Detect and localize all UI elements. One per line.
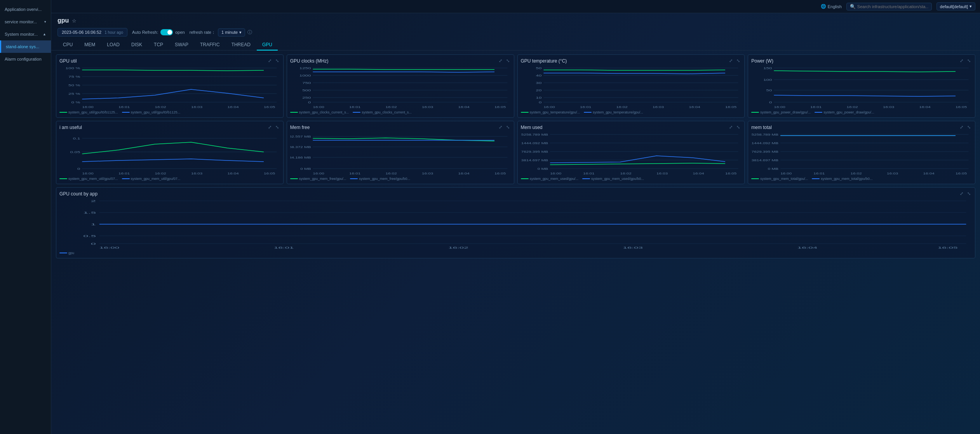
legend-item-1: system_gpu_mem_used/gpu/b0... bbox=[582, 177, 644, 181]
svg-text:16:04: 16:04 bbox=[458, 172, 470, 175]
chart-title-mem-used: Mem used bbox=[521, 125, 543, 130]
tab-traffic[interactable]: TRAFFIC bbox=[195, 40, 225, 51]
chart-expand-btn[interactable]: ⤡ bbox=[735, 58, 741, 64]
language-selector[interactable]: 🌐 English bbox=[821, 4, 842, 9]
chart-mem-total: mem total ⤢ ⤡ 15258.789 MB 11444.092 bbox=[748, 121, 975, 184]
sidebar-item-app-overview[interactable]: Application overvi... bbox=[0, 3, 51, 16]
legend-label-1: system_gpu_mem_used/gpu/b0... bbox=[591, 177, 644, 181]
svg-text:16:04: 16:04 bbox=[693, 172, 704, 175]
tab-thread[interactable]: THREAD bbox=[226, 40, 256, 51]
chart-linechart-btn[interactable]: ⤢ bbox=[959, 191, 964, 197]
svg-text:16:03: 16:03 bbox=[422, 172, 433, 175]
chart-linechart-btn[interactable]: ⤢ bbox=[267, 58, 273, 64]
svg-text:0: 0 bbox=[308, 101, 311, 104]
refresh-rate-section: refresh rate： 1 minute ▾ ⓘ bbox=[190, 28, 252, 37]
tab-swap[interactable]: SWAP bbox=[169, 40, 194, 51]
svg-text:0: 0 bbox=[77, 167, 80, 171]
svg-text:16:00: 16:00 bbox=[543, 105, 555, 108]
chart-legend-gpu-count: gpu bbox=[59, 251, 972, 255]
auto-refresh-label: Auto Refresh: bbox=[132, 30, 158, 35]
svg-text:16:01: 16:01 bbox=[810, 105, 822, 108]
auto-refresh-state: open bbox=[175, 30, 185, 35]
chart-linechart-btn[interactable]: ⤢ bbox=[728, 124, 734, 130]
chart-linechart-btn[interactable]: ⤢ bbox=[959, 124, 964, 130]
chart-gpu-count-by-app: GPU count by app ⤢ ⤡ 2 1.5 bbox=[56, 187, 975, 258]
tab-disk[interactable]: DISK bbox=[126, 40, 148, 51]
chart-expand-btn[interactable]: ⤡ bbox=[274, 58, 280, 64]
svg-text:1.5: 1.5 bbox=[83, 211, 96, 214]
chart-controls-mem-total: ⤢ ⤡ bbox=[959, 124, 972, 130]
svg-text:16:05: 16:05 bbox=[494, 105, 506, 108]
tab-tcp[interactable]: TCP bbox=[148, 40, 169, 51]
svg-text:16:05: 16:05 bbox=[264, 105, 275, 108]
svg-text:7629.395 MB: 7629.395 MB bbox=[521, 150, 548, 153]
chart-i-am-useful: i am useful ⤢ ⤡ 0.1 0.05 0 16:00 bbox=[56, 121, 284, 184]
chart-expand-btn[interactable]: ⤡ bbox=[966, 124, 972, 130]
page-header: gpu ☆ bbox=[51, 13, 980, 26]
svg-text:1: 1 bbox=[91, 223, 96, 226]
chart-linechart-btn[interactable]: ⤢ bbox=[959, 58, 964, 64]
chart-gpu-clocks: GPU clocks (MHz) ⤢ ⤡ 1250 bbox=[287, 54, 514, 118]
globe-icon: 🌐 bbox=[821, 4, 826, 9]
sidebar-item-stand-alone-sys[interactable]: stand-alone sys... bbox=[0, 40, 51, 53]
legend-label-1: system_gpu_mem_free/gpu/b0... bbox=[359, 177, 410, 181]
legend-label-1: system_gpu_temperature/gpu/... bbox=[593, 110, 643, 114]
chart-expand-btn[interactable]: ⤡ bbox=[735, 124, 741, 130]
svg-text:100 %: 100 % bbox=[66, 66, 80, 70]
chart-expand-btn[interactable]: ⤡ bbox=[966, 191, 972, 197]
chart-title-gpu-util: GPU util bbox=[59, 58, 77, 64]
svg-text:2: 2 bbox=[91, 199, 96, 203]
chart-title-gpu-clocks: GPU clocks (MHz) bbox=[290, 58, 329, 64]
tab-mem[interactable]: MEM bbox=[79, 40, 101, 51]
chart-linechart-btn[interactable]: ⤢ bbox=[498, 58, 503, 64]
tab-gpu[interactable]: GPU bbox=[257, 40, 278, 51]
svg-text:16:02: 16:02 bbox=[385, 105, 397, 108]
svg-text:16:03: 16:03 bbox=[883, 105, 894, 108]
chart-power-w: Power (W) ⤢ ⤡ 150 100 50 bbox=[748, 54, 975, 118]
chart-linechart-btn[interactable]: ⤢ bbox=[267, 124, 273, 130]
page-title: gpu bbox=[57, 17, 69, 24]
chart-expand-btn[interactable]: ⤡ bbox=[505, 58, 511, 64]
sidebar-item-service-monitor[interactable]: service monitor... ▾ bbox=[0, 16, 51, 28]
legend-label-0: system_gpu_clocks_current_s... bbox=[299, 110, 349, 114]
search-input[interactable] bbox=[857, 4, 928, 9]
legend-label-0: system_gpu_mem_total/gpu/... bbox=[760, 177, 808, 181]
main-content: 🌐 English 🔍 default[default] ▾ gpu ☆ 202… bbox=[51, 0, 980, 434]
chart-linechart-btn[interactable]: ⤢ bbox=[498, 124, 503, 130]
svg-text:16:04: 16:04 bbox=[458, 105, 470, 108]
svg-text:16:04: 16:04 bbox=[689, 105, 700, 108]
sidebar-item-alarm-config[interactable]: Alarm configuration bbox=[0, 53, 51, 65]
svg-text:16:05: 16:05 bbox=[956, 105, 967, 108]
chart-linechart-btn[interactable]: ⤢ bbox=[728, 58, 734, 64]
datetime-picker[interactable]: 2023-05-06 16:06:52 1 hour ago bbox=[57, 28, 127, 37]
user-menu[interactable]: default[default] ▾ bbox=[936, 2, 975, 10]
chart-expand-btn[interactable]: ⤡ bbox=[505, 124, 511, 130]
user-label: default[default] bbox=[940, 4, 968, 9]
chart-gpu-temperature: GPU temperature (°C) ⤢ ⤡ 50 bbox=[517, 54, 745, 118]
chart-svg-power-w: 150 100 50 0 16:00 16:01 16:02 16:03 16:… bbox=[751, 66, 972, 109]
svg-text:16:03: 16:03 bbox=[422, 105, 433, 108]
info-icon[interactable]: ⓘ bbox=[247, 29, 252, 36]
tab-cpu[interactable]: CPU bbox=[57, 40, 78, 51]
tab-load[interactable]: LOAD bbox=[101, 40, 125, 51]
svg-text:16:04: 16:04 bbox=[227, 172, 239, 175]
refresh-rate-select[interactable]: 1 minute ▾ bbox=[218, 28, 245, 37]
global-search[interactable]: 🔍 bbox=[846, 3, 932, 10]
chart-expand-btn[interactable]: ⤡ bbox=[274, 124, 280, 130]
svg-text:16:01: 16:01 bbox=[580, 105, 591, 108]
svg-text:0.5: 0.5 bbox=[83, 234, 96, 238]
svg-text:16:02: 16:02 bbox=[155, 172, 166, 175]
legend-label-0: system_gpu_power_draw/gpu/... bbox=[760, 110, 811, 114]
svg-text:16:05: 16:05 bbox=[956, 172, 967, 175]
chart-expand-btn[interactable]: ⤡ bbox=[966, 58, 972, 64]
chart-title-power-w: Power (W) bbox=[751, 58, 773, 64]
svg-text:75 %: 75 % bbox=[68, 75, 80, 78]
svg-text:16:04: 16:04 bbox=[923, 172, 935, 175]
svg-text:16:01: 16:01 bbox=[274, 246, 294, 249]
favorite-icon[interactable]: ☆ bbox=[72, 18, 77, 24]
legend-item-0: system_gpu_clocks_current_s... bbox=[290, 110, 349, 114]
auto-refresh-toggle[interactable] bbox=[160, 29, 173, 35]
chart-title-gpu-count: GPU count by app bbox=[59, 191, 97, 197]
legend-item-0: system_gpu_util/gpu/t0/b1125... bbox=[59, 110, 118, 114]
sidebar-item-system-monitor[interactable]: System monitor... ▲ bbox=[0, 28, 51, 40]
